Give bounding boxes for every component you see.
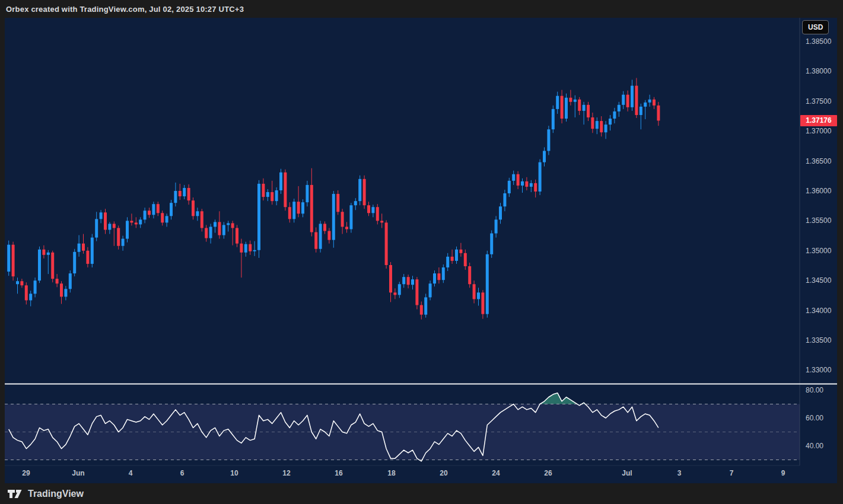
time-tick-label: 20 (440, 469, 447, 477)
candle-body (354, 201, 357, 205)
candle-body (490, 234, 493, 254)
candle-body (635, 86, 638, 115)
candle-body (174, 191, 177, 203)
rsi-tick-label: 60.00 (806, 414, 836, 422)
price-tick-label: 1.33500 (806, 336, 836, 344)
candle-body (34, 280, 37, 294)
candle-body (336, 194, 339, 212)
candle-body (657, 106, 660, 121)
candle-body (464, 253, 467, 266)
candle-body (179, 191, 182, 196)
time-tick-label: 9 (781, 469, 785, 477)
footer-bar: TradingView (0, 483, 843, 504)
candle-body (218, 222, 221, 235)
price-tick-label: 1.33000 (806, 366, 836, 374)
price-tick-label: 1.35500 (806, 216, 836, 225)
tradingview-screenshot: Orbex created with TradingView.com, Jul … (0, 0, 843, 504)
candle-body (42, 250, 45, 255)
candle-body (183, 188, 186, 196)
candle-body (25, 285, 28, 300)
candle-body (257, 184, 260, 250)
candle-body (398, 284, 401, 295)
candle-body (253, 250, 256, 251)
candle-body (517, 174, 520, 186)
candle-body (60, 283, 63, 296)
candle-body (73, 252, 76, 273)
candle-body (385, 222, 388, 265)
candle-body (231, 223, 234, 228)
candle-body (473, 284, 476, 299)
candle-body (583, 105, 586, 111)
candle-body (618, 105, 621, 111)
candle-body (631, 86, 634, 107)
candle-body (367, 205, 370, 213)
candlestick-rsi-chart[interactable] (5, 18, 837, 483)
time-tick-label: 7 (730, 469, 734, 477)
candle-body (319, 224, 322, 248)
candle-body (477, 292, 480, 299)
price-tick-label: 1.36500 (806, 157, 836, 165)
candle-body (139, 219, 142, 224)
candle-body (521, 181, 524, 186)
candle-body (451, 257, 454, 261)
candle-body (20, 281, 23, 285)
chart-panel[interactable]: USD 1.385001.380001.375001.370001.365001… (5, 18, 837, 483)
tradingview-logo-icon[interactable] (7, 489, 23, 499)
time-tick-label: 10 (230, 469, 238, 477)
candle-body (605, 125, 607, 132)
candle-body (7, 245, 10, 272)
candle-body (130, 221, 133, 222)
time-tick-label: 18 (387, 469, 395, 477)
candle-body (275, 190, 278, 201)
candle-body (51, 253, 54, 279)
candle-body (227, 223, 230, 225)
candle-body (82, 244, 85, 251)
candle-body (187, 188, 190, 200)
candle-body (596, 121, 599, 129)
price-tick-label: 1.38000 (806, 67, 836, 75)
candle-body (12, 245, 15, 276)
candle-body (574, 100, 577, 102)
candle-body (499, 206, 502, 219)
candle-body (249, 244, 252, 251)
price-tick-label: 1.34500 (806, 276, 836, 285)
candle-body (402, 277, 405, 284)
candle-body (363, 179, 366, 205)
candle-body (446, 257, 449, 267)
candle-body (415, 279, 418, 305)
candle-body (640, 107, 642, 115)
candle-body (104, 212, 107, 229)
candle-body (455, 250, 458, 261)
time-tick-label: Jun (72, 469, 84, 477)
candle-body (495, 219, 498, 233)
candle-body (429, 283, 432, 297)
candle-body (561, 96, 564, 119)
candle-body (205, 228, 208, 238)
price-tick-label: 1.37500 (806, 97, 836, 106)
price-tick-label: 1.36000 (806, 187, 836, 195)
time-tick-label: Jul (622, 469, 632, 477)
candle-body (201, 211, 203, 228)
candle-body (284, 173, 287, 207)
candle-body (547, 129, 550, 151)
candle-body (301, 202, 304, 213)
candle-body (292, 202, 295, 219)
time-tick-label: 24 (492, 469, 500, 477)
candle-body (271, 192, 273, 201)
candle-body (393, 292, 396, 295)
currency-toggle-button[interactable]: USD (802, 20, 829, 34)
tradingview-brand-text[interactable]: TradingView (28, 489, 84, 499)
candle-body (587, 105, 590, 117)
candle-body (442, 267, 445, 280)
candle-body (86, 251, 89, 264)
candle-body (38, 250, 41, 280)
candle-body (569, 98, 572, 102)
candle-body (341, 212, 344, 227)
candle-body (297, 202, 300, 213)
candle-body (613, 111, 616, 119)
candle-body (240, 244, 243, 253)
candle-body (530, 183, 533, 187)
candle-body (222, 225, 225, 235)
time-tick-label: 29 (22, 469, 30, 477)
candle-body (108, 224, 111, 229)
